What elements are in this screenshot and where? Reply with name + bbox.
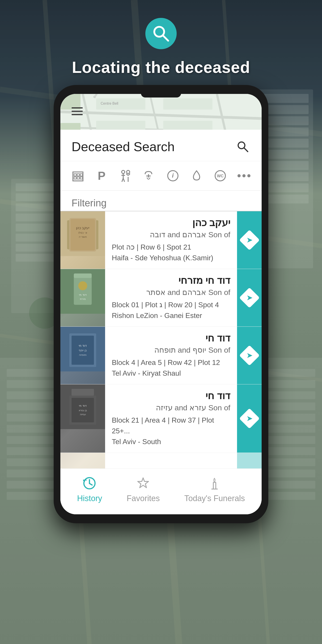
result-name-2: דוד חי מזרחי: [112, 274, 230, 286]
result-info-3: דוד חי Son of יוסף and תופחה Block 4 | A…: [105, 327, 237, 384]
nav-item-funerals[interactable]: Today's Funerals: [184, 476, 245, 503]
result-image-2: דוד חי מזרחי: [60, 269, 105, 326]
result-loc-line2-1: Haifa - Sde Yehoshua (K.Samir): [112, 252, 230, 263]
result-parents-2: Son of אברהם and אסתר: [112, 288, 230, 297]
svg-text:דוד חי: דוד חי: [79, 404, 86, 408]
toolbar-parking-icon[interactable]: P: [91, 166, 112, 186]
svg-rect-106: [72, 389, 94, 396]
result-location-4: Block 21 | Area 4 | Row 37 | Plot 25+...…: [112, 415, 230, 447]
result-info-1: יעקב כהן Son of אברהם and דובה Plot כה |…: [105, 211, 237, 269]
phone-frame: Centre Bell Bishop Deceased Search: [54, 85, 268, 523]
result-item-4: דוד חי בן עזרא ועזיזה דוד חי Son of עזרא…: [60, 384, 262, 453]
result-item-5: [60, 453, 262, 468]
svg-point-70: [122, 170, 125, 174]
result-location-1: Plot כה | Row 6 | Spot 21 Haifa - Sde Ye…: [112, 242, 230, 263]
nav-arrow-icon-1: ➤: [247, 236, 252, 244]
bottom-nav: History Favorites: [60, 468, 262, 514]
svg-text:Centre Bell: Centre Bell: [100, 102, 118, 105]
header-title: Locating the deceased: [72, 58, 250, 76]
svg-rect-64: [74, 174, 76, 176]
svg-text:i: i: [172, 172, 174, 179]
nav-arrow-icon-2: ➤: [247, 294, 252, 302]
grave-photo-2: דוד חי מזרחי: [60, 269, 105, 314]
toolbar-info-icon[interactable]: i: [162, 166, 184, 186]
filter-input[interactable]: [72, 198, 250, 209]
result-image-3: דוד חי בן יוסף ותופחה: [60, 327, 105, 384]
svg-rect-95: [74, 274, 92, 278]
hamburger-line-1: [72, 107, 83, 108]
toolbar-drop-icon[interactable]: [186, 166, 207, 186]
svg-rect-69: [80, 177, 82, 179]
svg-text:א׳ כסלו: א׳ כסלו: [78, 231, 87, 234]
result-item-1: יעקב כהן א׳ כסלו תשמ״ה יעקב כהן Son of א…: [60, 211, 262, 269]
filter-section[interactable]: [60, 191, 262, 211]
nav-arrow-icon-3: ➤: [247, 352, 252, 359]
nav-label-favorites: Favorites: [126, 494, 160, 503]
result-nav-btn-3[interactable]: ➤: [237, 327, 262, 384]
result-location-2: Block 01 | Plot ג | Row 20 | Spot 4 Rish…: [112, 300, 230, 321]
nav-item-favorites[interactable]: Favorites: [126, 476, 160, 503]
svg-text:דוד חי: דוד חי: [79, 344, 87, 348]
result-image-4: דוד חי בן עזרא ועזיזה: [60, 384, 105, 452]
svg-marker-115: [138, 478, 148, 488]
svg-text:בן יוסף: בן יוסף: [79, 349, 86, 352]
search-button[interactable]: [235, 139, 250, 154]
result-nav-btn-1[interactable]: ➤: [237, 211, 262, 269]
result-loc-line1-4: Block 21 | Area 4 | Row 37 | Plot 25+...: [112, 415, 230, 436]
screen-content: Deceased Search: [60, 130, 262, 514]
favorites-icon: [135, 476, 151, 491]
svg-rect-116: [213, 482, 216, 489]
toolbar-restroom-icon[interactable]: [115, 166, 136, 186]
hamburger-menu[interactable]: [72, 107, 83, 115]
phone-screen: Centre Bell Bishop Deceased Search: [60, 94, 262, 514]
nav-diamond-2: ➤: [239, 288, 260, 308]
svg-line-62: [244, 148, 248, 152]
toolbar-water-icon[interactable]: [138, 166, 160, 186]
svg-point-75: [126, 170, 130, 174]
svg-rect-68: [77, 177, 80, 179]
grave-photo-4: דוד חי בן עזרא ועזיזה: [60, 384, 105, 429]
history-icon: [82, 476, 98, 491]
header-section: Locating the deceased: [0, 0, 322, 76]
nav-diamond-3: ➤: [239, 345, 260, 366]
svg-rect-65: [77, 174, 80, 176]
nav-item-history[interactable]: History: [77, 476, 102, 503]
toolbar-more-icon[interactable]: [234, 166, 255, 186]
result-nav-btn-2[interactable]: ➤: [237, 269, 262, 326]
hamburger-line-3: [72, 114, 83, 115]
svg-text:יעקב כהן: יעקב כהן: [76, 226, 90, 230]
svg-rect-67: [74, 177, 76, 179]
phone-notch: [141, 91, 181, 98]
svg-text:בן עזרא: בן עזרא: [79, 409, 87, 412]
result-name-1: יעקב כהן: [112, 217, 230, 228]
nav-label-funerals: Today's Funerals: [184, 494, 245, 503]
result-info-2: דוד חי מזרחי Son of אברהם and אסתר Block…: [105, 269, 237, 326]
search-icon-btn: [236, 140, 249, 153]
result-item-3: דוד חי בן יוסף ותופחה דוד חי Son of יוסף…: [60, 327, 262, 384]
result-nav-btn-4[interactable]: ➤: [237, 384, 262, 452]
svg-rect-89: [70, 219, 95, 250]
funerals-icon: [207, 476, 222, 491]
result-loc-line2-4: Tel Aviv - South: [112, 436, 230, 447]
svg-text:ותופחה: ותופחה: [79, 354, 86, 356]
toolbar-wc-icon[interactable]: WC: [210, 166, 231, 186]
nav-diamond-1: ➤: [239, 230, 260, 250]
results-list: יעקב כהן א׳ כסלו תשמ״ה יעקב כהן Son of א…: [60, 211, 262, 468]
svg-text:ועזיזה: ועזיזה: [80, 413, 86, 416]
nav-label-history: History: [77, 494, 102, 503]
result-loc-line1-1: Plot כה | Row 6 | Spot 21: [112, 242, 230, 252]
result-name-4: דוד חי: [112, 390, 230, 402]
svg-text:WC: WC: [217, 174, 224, 178]
grave-photo-3: דוד חי בן יוסף ותופחה: [60, 327, 105, 372]
svg-point-84: [242, 174, 246, 177]
result-loc-line1-2: Block 01 | Plot ג | Row 20 | Spot 4: [112, 300, 230, 310]
svg-rect-54: [163, 98, 212, 110]
svg-text:תשמ״ה: תשמ״ה: [79, 236, 87, 238]
svg-text:דוד חי: דוד חי: [79, 293, 86, 296]
result-nav-btn-5: [237, 453, 262, 468]
grave-photo-1: יעקב כהן א׳ כסלו תשמ״ה: [60, 211, 105, 256]
result-info-5: [105, 453, 237, 468]
toolbar-building-icon[interactable]: [67, 166, 88, 186]
svg-text:מזרחי: מזרחי: [80, 298, 86, 300]
svg-line-46: [163, 35, 168, 41]
